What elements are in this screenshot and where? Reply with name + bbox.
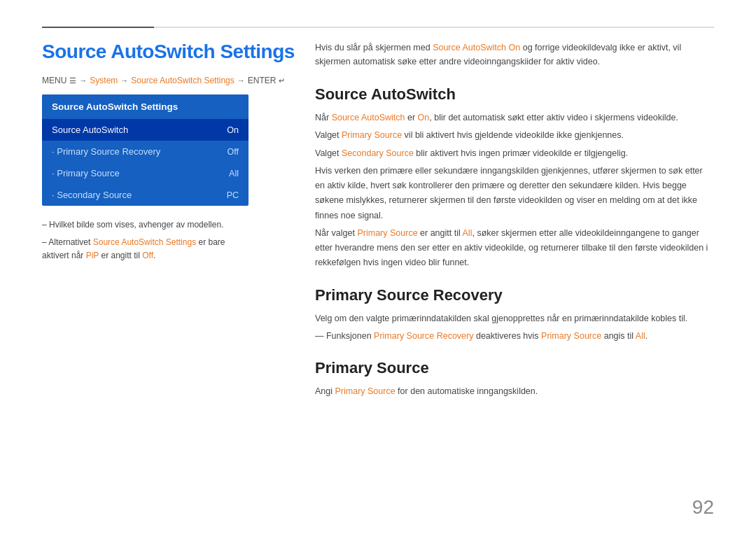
left-notes: Hvilket bilde som vises, avhenger av mod…: [42, 218, 248, 263]
breadcrumb-enter: ENTER: [248, 76, 276, 85]
section-title-primary-source: Primary Source: [315, 359, 714, 377]
page-number: 92: [692, 496, 714, 519]
menu-item-primary-recovery[interactable]: · Primary Source Recovery Off: [42, 141, 248, 162]
breadcrumb-enter-icon: ↵: [279, 76, 285, 85]
section-title-source-autoswitch: Source AutoSwitch: [315, 85, 714, 104]
menu-item-primary-source[interactable]: · Primary Source All: [42, 162, 248, 184]
menu-box: Source AutoSwitch Settings Source AutoSw…: [42, 94, 248, 206]
menu-item-value-secondary-source: PC: [227, 190, 239, 200]
menu-item-value-primary-source: All: [229, 169, 239, 178]
intro-text: Hvis du slår på skjermen med Source Auto…: [315, 41, 714, 69]
section-body-primary-source: Angi Primary Source for den automatiske …: [315, 384, 714, 399]
breadcrumb-arrow2: →: [120, 76, 128, 85]
right-column: Hvis du slår på skjermen med Source Auto…: [315, 41, 714, 414]
breadcrumb-arrow1: →: [79, 76, 87, 85]
menu-item-label-primary-recovery: · Primary Source Recovery: [52, 146, 160, 157]
note-1: Hvilket bilde som vises, avhenger av mod…: [42, 218, 248, 232]
breadcrumb-menu-icon: ☰: [69, 76, 76, 85]
menu-item-source-autoswitch[interactable]: Source AutoSwitch On: [42, 119, 248, 141]
breadcrumb-system: System: [90, 76, 118, 85]
breadcrumb-settings: Source AutoSwitch Settings: [131, 76, 234, 85]
section-title-primary-recovery: Primary Source Recovery: [315, 286, 714, 304]
left-panel: Source AutoSwitch Settings Source AutoSw…: [42, 94, 248, 267]
top-border-accent: [42, 27, 154, 28]
breadcrumb-arrow3: →: [237, 76, 245, 85]
menu-item-label-secondary-source: · Secondary Source: [52, 190, 132, 200]
menu-item-value-source-autoswitch: On: [227, 125, 239, 135]
section-body-source-autoswitch: Når Source AutoSwitch er On, blir det au…: [315, 111, 714, 271]
menu-box-title: Source AutoSwitch Settings: [42, 94, 248, 119]
note-2: – Alternativet Source AutoSwitch Setting…: [42, 236, 248, 262]
menu-item-label-source-autoswitch: Source AutoSwitch: [52, 125, 128, 135]
menu-item-value-primary-recovery: Off: [227, 147, 239, 157]
menu-item-label-primary-source: · Primary Source: [52, 168, 120, 178]
menu-item-secondary-source[interactable]: · Secondary Source PC: [42, 184, 248, 206]
page-title: Source AutoSwitch Settings: [42, 41, 295, 63]
breadcrumb: MENU ☰ → System → Source AutoSwitch Sett…: [42, 76, 285, 85]
breadcrumb-menu: MENU: [42, 76, 66, 85]
section-body-primary-recovery: Velg om den valgte primærinndatakilden s…: [315, 311, 714, 344]
